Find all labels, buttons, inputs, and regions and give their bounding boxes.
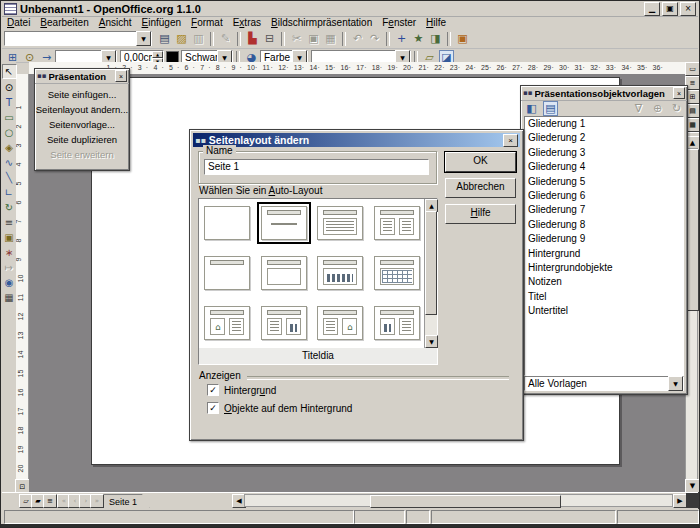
insert-image-icon[interactable]: ▣ xyxy=(455,31,470,46)
horizontal-scrollbar[interactable] xyxy=(244,494,673,507)
graphic-styles-icon[interactable]: ◧ xyxy=(524,101,539,116)
style-item-gliederung-4[interactable]: Gliederung 4 xyxy=(525,160,683,174)
style-item-gliederung-5[interactable]: Gliederung 5 xyxy=(525,175,683,189)
cancel-button[interactable]: Abbrechen xyxy=(445,178,516,198)
menu-einf-gen[interactable]: Einfügen xyxy=(137,17,186,29)
chevron-down-icon[interactable]: ▼ xyxy=(136,31,151,46)
help-button[interactable]: Hilfe xyxy=(445,204,516,224)
layout-scrollbar[interactable]: ▲ ▼ xyxy=(424,199,437,348)
close-button[interactable]: × xyxy=(680,2,696,16)
objects-on-background-checkbox-row[interactable]: ✓ Objekte auf dem Hintergrund xyxy=(207,402,352,414)
update-style-icon[interactable]: ↻ xyxy=(669,101,684,116)
edit-file-icon[interactable]: ✎ xyxy=(218,31,233,46)
zoom-icon[interactable]: ⊙ xyxy=(3,81,16,94)
style-item-titel[interactable]: Titel xyxy=(525,290,683,304)
forms-icon[interactable]: ▦ xyxy=(3,291,16,304)
layout-title-subtitle[interactable] xyxy=(261,206,307,240)
layout-title-frame[interactable] xyxy=(261,256,307,290)
style-item-gliederung-1[interactable]: Gliederung 1 xyxy=(525,117,683,131)
copy-icon[interactable]: ▣ xyxy=(306,31,321,46)
export-pdf-icon[interactable]: ▙ xyxy=(245,31,260,46)
styles-filter-select[interactable]: Alle Vorlagen ▼ xyxy=(524,376,684,391)
close-icon[interactable]: × xyxy=(503,134,518,147)
redo-icon[interactable]: ↷ xyxy=(367,31,382,46)
palette-item-seite-einf-gen[interactable]: Seite einfügen... xyxy=(35,87,129,102)
ellipse-icon[interactable]: ○ xyxy=(3,126,16,139)
layer-mode-button[interactable]: ≡ xyxy=(43,494,57,508)
close-icon[interactable]: × xyxy=(115,70,127,82)
objects3d-icon[interactable]: ◈ xyxy=(3,141,16,154)
checkbox-checked-icon[interactable]: ✓ xyxy=(207,402,219,414)
menu-format[interactable]: Format xyxy=(186,17,228,29)
animation-icon[interactable]: ◉ xyxy=(3,276,16,289)
alignment-icon[interactable]: ≡ xyxy=(3,216,16,229)
style-item-gliederung-6[interactable]: Gliederung 6 xyxy=(525,189,683,203)
paste-icon[interactable]: ▦ xyxy=(323,31,338,46)
text-icon[interactable]: T xyxy=(3,96,16,109)
layout-title-chart-text[interactable] xyxy=(374,306,420,340)
open-icon[interactable]: ▨ xyxy=(174,31,189,46)
palette-titlebar[interactable]: ▪▪ Präsentation × xyxy=(35,69,129,84)
style-item-gliederung-8[interactable]: Gliederung 8 xyxy=(525,218,683,232)
scroll-down-icon[interactable]: ▼ xyxy=(685,479,700,493)
style-item-gliederung-2[interactable]: Gliederung 2 xyxy=(525,131,683,145)
style-item-gliederung-3[interactable]: Gliederung 3 xyxy=(525,146,683,160)
layout-title-text-clipart[interactable]: ⌂ xyxy=(317,306,363,340)
url-combobox[interactable]: ▼ xyxy=(4,31,152,46)
style-item-gliederung-9[interactable]: Gliederung 9 xyxy=(525,232,683,246)
horizontal-scrollbar-thumb[interactable] xyxy=(370,495,561,508)
page-tab[interactable]: Seite 1 xyxy=(102,494,150,509)
stylist-titlebar[interactable]: ▪▪ Präsentationsobjektvorlagen × xyxy=(521,86,687,101)
scroll-down-icon[interactable]: ▼ xyxy=(425,335,438,348)
style-item-hintergrundobjekte[interactable]: Hintergrundobjekte xyxy=(525,261,683,275)
checkbox-checked-icon[interactable]: ✓ xyxy=(207,384,219,396)
chevron-down-icon[interactable]: ▼ xyxy=(668,376,683,391)
save-icon[interactable]: ▥ xyxy=(191,31,206,46)
scroll-right-icon[interactable]: ▶ xyxy=(673,494,687,508)
curve-icon[interactable]: ∿ xyxy=(3,156,16,169)
palette-item-seitenvorlage[interactable]: Seitenvorlage... xyxy=(35,117,129,132)
ok-button[interactable]: OK xyxy=(445,152,516,172)
zoom-icon[interactable]: ★ xyxy=(411,31,426,46)
background-checkbox-row[interactable]: ✓ Hintergrund xyxy=(207,384,276,396)
vertical-ruler[interactable]: 123456789101112131415161718192021 xyxy=(15,74,29,479)
menu-hilfe[interactable]: Hilfe xyxy=(421,17,451,29)
gallery-icon[interactable]: ◨ xyxy=(428,31,443,46)
palette-item-seitenlayout-ndern[interactable]: Seitenlayout ändern... xyxy=(35,102,129,117)
select-icon[interactable]: ↖ xyxy=(2,64,17,79)
page-name-input[interactable]: Seite 1 xyxy=(204,159,429,175)
new-document-icon[interactable]: ▤ xyxy=(157,31,172,46)
fill-format-icon[interactable]: ∇ xyxy=(631,101,646,116)
layout-title-only[interactable] xyxy=(204,256,250,290)
connector-icon[interactable]: ∟ xyxy=(3,186,16,199)
menu-extras[interactable]: Extras xyxy=(228,17,266,29)
layout-title-table[interactable] xyxy=(374,256,420,290)
style-item-notizen[interactable]: Notizen xyxy=(525,275,683,289)
interaction-icon[interactable]: ↦ xyxy=(3,261,16,274)
menu-fenster[interactable]: Fenster xyxy=(377,17,421,29)
layout-scrollbar-thumb[interactable] xyxy=(425,211,437,315)
layout-title-content[interactable] xyxy=(317,206,363,240)
undo-icon[interactable]: ↶ xyxy=(350,31,365,46)
rectangle-icon[interactable]: ▭ xyxy=(3,111,16,124)
rotate-icon[interactable]: ↻ xyxy=(3,201,16,214)
menu-bearbeiten[interactable]: Bearbeiten xyxy=(35,17,93,29)
effects-icon[interactable]: ∗ xyxy=(3,246,16,259)
line-icon[interactable]: ╲ xyxy=(3,171,16,184)
layout-title-chart[interactable] xyxy=(317,256,363,290)
styles-list[interactable]: Gliederung 1Gliederung 2Gliederung 3Glie… xyxy=(524,116,684,376)
layout-title-2content[interactable] xyxy=(374,206,420,240)
style-item-hintergrund[interactable]: Hintergrund xyxy=(525,247,683,261)
layout-title-clipart-text[interactable]: ⌂ xyxy=(204,306,250,340)
layout-title-text-chart[interactable] xyxy=(261,306,307,340)
cut-icon[interactable]: ✂ xyxy=(289,31,304,46)
restore-button[interactable]: ▣ xyxy=(662,2,678,16)
layout-blank[interactable] xyxy=(204,206,250,240)
style-item-gliederung-7[interactable]: Gliederung 7 xyxy=(525,203,683,217)
minimize-button[interactable]: ▁ xyxy=(644,2,660,16)
palette-item-seite-duplizieren[interactable]: Seite duplizieren xyxy=(35,132,129,147)
style-item-untertitel[interactable]: Untertitel xyxy=(525,304,683,318)
menu-datei[interactable]: Datei xyxy=(2,17,35,29)
navigator-icon[interactable]: + xyxy=(394,31,409,46)
dialog-titlebar[interactable]: ▪▪ Seitenlayout ändern × xyxy=(193,133,520,147)
